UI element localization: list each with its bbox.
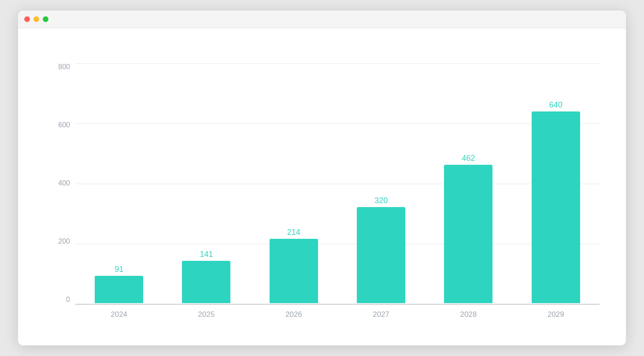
bar-value-label: 214 (287, 228, 300, 236)
bar (182, 261, 230, 303)
y-axis-label: 0 (53, 296, 75, 303)
bar-group: 141 (163, 63, 250, 303)
bar-group: 640 (512, 63, 600, 303)
bar (444, 165, 492, 303)
x-axis-label: 2027 (337, 305, 425, 319)
x-axis-label: 2026 (250, 305, 337, 319)
chart-container: 0200400600800 91141214320462640 20242025… (18, 28, 626, 345)
x-axis-label: 2028 (425, 305, 512, 319)
y-axis-label: 600 (53, 122, 75, 129)
grid-and-bars: 0200400600800 91141214320462640 (53, 63, 600, 304)
x-axis: 202420252026202720282029 (75, 304, 600, 319)
app-window: 0200400600800 91141214320462640 20242025… (18, 11, 626, 345)
bar-group: 91 (75, 63, 163, 303)
title-bar (18, 11, 626, 28)
bars-row: 91141214320462640 (75, 63, 600, 304)
x-axis-label: 2024 (75, 305, 163, 319)
bar (357, 207, 405, 303)
x-axis-label: 2029 (512, 305, 600, 319)
bar-group: 462 (425, 63, 512, 303)
close-dot[interactable] (24, 16, 30, 22)
bar-value-label: 462 (462, 154, 475, 162)
bar (532, 111, 580, 303)
y-axis-label: 200 (53, 238, 75, 245)
bars-section: 91141214320462640 (75, 63, 600, 304)
bar-value-label: 640 (549, 101, 563, 109)
x-axis-label: 2025 (163, 305, 250, 319)
y-axis: 0200400600800 (53, 63, 75, 304)
y-axis-label: 800 (53, 63, 75, 70)
minimize-dot[interactable] (33, 16, 39, 22)
bar-value-label: 91 (115, 265, 123, 273)
y-axis-label: 400 (53, 180, 75, 187)
bar-group: 320 (337, 63, 425, 303)
chart-area: 0200400600800 91141214320462640 20242025… (53, 63, 600, 319)
bar (270, 239, 318, 303)
bar (95, 276, 143, 303)
bar-value-label: 320 (374, 197, 388, 204)
maximize-dot[interactable] (43, 16, 48, 22)
bar-group: 214 (250, 63, 337, 303)
bar-value-label: 141 (200, 250, 213, 258)
